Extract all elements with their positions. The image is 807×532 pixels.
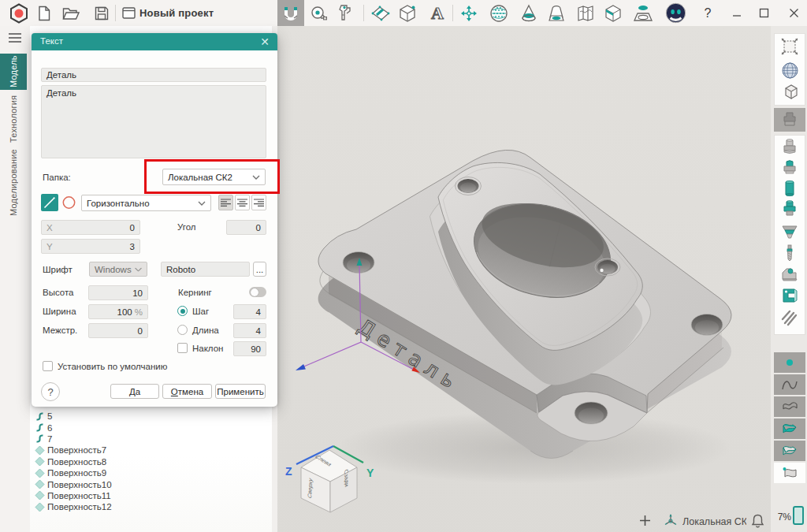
mesh-ball-button[interactable] <box>774 59 805 81</box>
bushing-icon <box>781 179 798 198</box>
status-bar: Локальная СК2 <box>277 511 771 532</box>
align-right-button[interactable] <box>251 195 266 210</box>
add-cs-button[interactable] <box>636 512 653 529</box>
name-input[interactable]: Деталь <box>41 68 266 82</box>
point-button[interactable] <box>774 352 805 373</box>
cap-nut-button[interactable] <box>774 157 805 179</box>
length-field[interactable]: 4 <box>233 323 266 338</box>
step-field[interactable]: 4 <box>233 304 266 319</box>
tree-item[interactable]: Поверхность12 <box>35 501 112 512</box>
open-folder-icon[interactable] <box>61 0 81 26</box>
linespacing-field[interactable]: 0 <box>88 323 148 338</box>
x-coordinate-field[interactable]: X 0 <box>41 220 140 235</box>
clamp-button[interactable] <box>774 262 805 285</box>
font-name-field[interactable]: Roboto <box>161 262 250 277</box>
flange-bolt-button[interactable] <box>774 198 805 220</box>
help-button[interactable]: ? <box>696 0 720 26</box>
set-default-checkbox[interactable] <box>43 361 53 371</box>
surface-icon <box>35 502 45 512</box>
counterbore-tool-button[interactable] <box>774 108 805 132</box>
mesh-sphere-icon[interactable] <box>489 0 509 26</box>
sketch-icon[interactable] <box>370 0 391 26</box>
tape-measure-icon[interactable] <box>309 0 329 26</box>
plate-hole-right <box>691 314 723 336</box>
slant-field[interactable]: 90 <box>233 341 266 356</box>
caliper-icon[interactable] <box>334 0 355 26</box>
assistant-robot-icon[interactable] <box>664 0 687 26</box>
coordinate-system-icon[interactable] <box>663 512 679 531</box>
maximize-button[interactable] <box>752 0 775 26</box>
emboss-stamp-icon[interactable] <box>633 0 653 26</box>
spline-button[interactable] <box>774 374 805 395</box>
save-icon[interactable] <box>92 0 111 26</box>
length-radio[interactable] <box>177 325 188 335</box>
bell-icon[interactable] <box>750 513 765 532</box>
ok-button[interactable]: Да <box>110 384 159 399</box>
coordinate-system-value[interactable]: Локальная СК2 <box>682 511 746 532</box>
tab-technology[interactable]: Технология <box>0 95 27 143</box>
tree-item[interactable]: Поверхность7 <box>35 445 106 456</box>
loft-body-icon[interactable] <box>546 0 567 26</box>
font-system-dropdown[interactable]: Windows <box>89 262 147 277</box>
tree-item[interactable]: Поверхность8 <box>35 456 106 467</box>
app-logo-icon[interactable] <box>6 0 32 26</box>
cancel-button[interactable]: Отмена <box>162 384 212 399</box>
dialog-header[interactable]: Текст ✕ <box>32 33 277 50</box>
line-style-button[interactable] <box>41 194 58 211</box>
tree-item[interactable]: 5 <box>35 411 52 422</box>
drill-bit-button[interactable] <box>774 242 805 264</box>
spline-icon <box>781 377 798 392</box>
text-input-area[interactable]: Деталь <box>41 85 266 158</box>
cylinder-step-button[interactable] <box>774 136 805 158</box>
new-document-icon[interactable] <box>35 0 54 26</box>
bushing-button[interactable] <box>774 177 805 199</box>
revolve-cone-icon[interactable] <box>519 0 539 26</box>
minimize-button[interactable] <box>725 0 749 26</box>
hamburger-menu-icon[interactable] <box>8 32 22 47</box>
close-button[interactable] <box>782 0 805 26</box>
tree-item[interactable]: Поверхность10 <box>35 478 112 489</box>
countersink-button[interactable] <box>774 221 805 244</box>
width-field[interactable]: 100 % <box>88 304 148 319</box>
text-tool-icon[interactable]: A <box>427 0 448 26</box>
height-field[interactable]: 10 <box>88 285 148 300</box>
tree-item[interactable]: 7 <box>35 433 52 445</box>
waves-button[interactable] <box>774 396 805 417</box>
slant-checkbox[interactable] <box>177 343 188 353</box>
tree-item[interactable]: 6 <box>35 422 52 433</box>
tab-model[interactable]: Модель <box>0 54 27 90</box>
sketch-curve-icon <box>35 433 45 444</box>
tree-item[interactable]: Поверхность11 <box>35 490 111 501</box>
kerning-toggle[interactable] <box>249 287 266 297</box>
align-center-button[interactable] <box>235 195 250 210</box>
stamp-tool-button[interactable] <box>774 285 805 307</box>
y-coordinate-field[interactable]: Y 3 <box>41 239 140 254</box>
font-browse-button[interactable]: ... <box>253 262 266 277</box>
surface-half-button[interactable] <box>774 441 805 461</box>
ellipse-style-button[interactable] <box>61 194 77 211</box>
viewport-3d[interactable]: Деталь Слева Сверху Сзади Z Y <box>277 26 771 532</box>
dialog-help-button[interactable]: ? <box>41 382 60 401</box>
tab-modeling[interactable]: Моделирование <box>0 147 27 219</box>
folder-dropdown[interactable]: Локальная СК2 <box>162 169 266 185</box>
surface-filled-button[interactable] <box>774 419 805 439</box>
step-radio[interactable] <box>177 306 188 316</box>
apply-button[interactable]: Применить <box>215 384 266 399</box>
block-box-icon[interactable] <box>603 0 623 26</box>
hatch-button[interactable] <box>774 307 805 329</box>
workplane-button[interactable] <box>774 35 805 58</box>
solid-box-icon[interactable] <box>397 0 418 26</box>
axis-label-z[interactable]: Z <box>285 465 292 478</box>
angle-field[interactable]: 0 <box>226 220 266 235</box>
align-left-button[interactable] <box>218 195 233 210</box>
unfold-map-icon[interactable] <box>575 0 596 26</box>
surface-outline-button[interactable] <box>774 463 805 483</box>
dialog-close-icon[interactable]: ✕ <box>258 35 271 48</box>
width-label: Ширина <box>43 307 76 316</box>
magnet-snap-button[interactable] <box>277 0 304 26</box>
orientation-dropdown[interactable]: Горизонтально <box>81 195 211 211</box>
tree-item[interactable]: Поверхность9 <box>35 467 106 478</box>
move-tool-icon[interactable] <box>459 0 479 26</box>
axis-label-y[interactable]: Y <box>366 467 374 479</box>
shell-box-button[interactable] <box>774 81 805 103</box>
